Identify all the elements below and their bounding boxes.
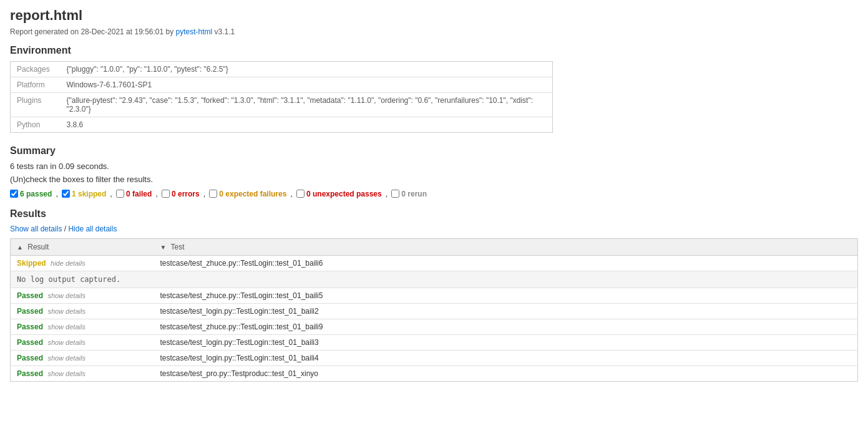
test-cell: testcase/test_pro.py::Testproduc::test_0… [154, 366, 858, 382]
status-badge: Passed [17, 338, 43, 347]
filter-failed-text: 0 failed [126, 190, 152, 198]
sort-desc-icon: ▼ [160, 244, 167, 251]
toggle-details-link[interactable]: show details [47, 339, 85, 346]
filter-xfail-text: 0 expected failures [219, 190, 286, 198]
env-value: 3.8.6 [61, 117, 553, 133]
environment-table: Packages{"pluggy": "1.0.0", "py": "1.10.… [10, 61, 553, 133]
filter-rerun-checkbox[interactable] [391, 190, 399, 198]
test-cell: testcase/test_zhuce.py::TestLogin::test_… [154, 288, 858, 304]
result-cell: Passed show details [11, 366, 154, 382]
status-badge: Passed [17, 354, 43, 362]
filter-passed-text: 6 passed [20, 190, 52, 198]
results-heading: Results [10, 208, 858, 220]
result-cell: Passed show details [11, 319, 154, 335]
summary-heading: Summary [10, 145, 858, 157]
filter-comma: , [290, 189, 293, 198]
result-cell: Passed show details [11, 335, 154, 351]
toggle-details-link[interactable]: show details [47, 307, 85, 315]
filter-instruction: (Un)check the boxes to filter the result… [10, 175, 858, 184]
hide-all-details-link[interactable]: Hide all details [68, 225, 117, 233]
generated-text: Report generated on 28-Dec-2021 at 19:56… [10, 27, 176, 36]
env-value: Windows-7-6.1.7601-SP1 [61, 77, 553, 93]
filter-passed-checkbox[interactable] [10, 190, 18, 198]
result-cell: Skipped hide details [11, 256, 154, 271]
filter-rerun-text: 0 rerun [401, 190, 427, 198]
status-badge: Passed [17, 369, 43, 378]
test-col-label: Test [171, 243, 185, 251]
env-value: {"allure-pytest": "2.9.43", "case": "1.5… [61, 93, 553, 117]
filter-xfail-label[interactable]: 0 expected failures [209, 190, 286, 198]
filter-xpass-checkbox[interactable] [296, 190, 305, 198]
filter-comma: , [155, 189, 158, 198]
checkbox-filters: 6 passed,1 skipped,0 failed,0 errors,0 e… [10, 189, 858, 198]
summary-run-text: 6 tests ran in 0.09 seconds. [10, 162, 858, 171]
filter-passed-label[interactable]: 6 passed [10, 190, 52, 198]
toggle-details-link[interactable]: show details [47, 323, 85, 331]
filter-comma: , [386, 189, 388, 198]
toggle-details-link[interactable]: hide details [51, 259, 85, 267]
filter-errors-text: 0 errors [172, 190, 200, 198]
test-cell: testcase/test_zhuce.py::TestLogin::test_… [154, 256, 858, 271]
table-row: Skipped hide detailstestcase/test_zhuce.… [11, 256, 858, 271]
results-table: ▲ Result ▼ Test Skipped hide detailstest… [10, 238, 858, 382]
result-col-label: Result [27, 243, 49, 251]
report-meta: Report generated on 28-Dec-2021 at 19:56… [10, 27, 858, 36]
status-badge: Passed [17, 307, 43, 316]
results-table-header: ▲ Result ▼ Test [11, 239, 858, 256]
summary-section: Summary 6 tests ran in 0.09 seconds. (Un… [10, 145, 858, 198]
test-cell: testcase/test_zhuce.py::TestLogin::test_… [154, 319, 858, 335]
table-row-detail: No log output captured. [11, 271, 858, 288]
env-label: Platform [11, 77, 61, 93]
show-all-details-link[interactable]: Show all details [10, 225, 62, 233]
table-row: Passed show detailstestcase/test_login.p… [11, 335, 858, 351]
environment-heading: Environment [10, 45, 858, 56]
env-row: Packages{"pluggy": "1.0.0", "py": "1.10.… [11, 62, 553, 77]
env-value: {"pluggy": "1.0.0", "py": "1.10.0", "pyt… [61, 62, 553, 77]
filter-comma: , [56, 189, 58, 198]
env-row: PlatformWindows-7-6.1.7601-SP1 [11, 77, 553, 93]
filter-skipped-label[interactable]: 1 skipped [62, 190, 106, 198]
env-label: Plugins [11, 93, 61, 117]
filter-skipped-checkbox[interactable] [62, 190, 70, 198]
env-row: Python3.8.6 [11, 117, 553, 133]
table-row: Passed show detailstestcase/test_login.p… [11, 351, 858, 366]
result-cell: Passed show details [11, 288, 154, 304]
status-badge: Skipped [17, 259, 46, 268]
status-badge: Passed [17, 291, 43, 300]
toggle-details-link[interactable]: show details [47, 370, 85, 377]
table-row: Passed show detailstestcase/test_login.p… [11, 304, 858, 319]
result-cell: Passed show details [11, 304, 154, 319]
test-column-header[interactable]: ▼ Test [154, 239, 858, 256]
page-title: report.html [10, 7, 858, 24]
results-table-body: Skipped hide detailstestcase/test_zhuce.… [11, 256, 858, 382]
filter-rerun-label[interactable]: 0 rerun [391, 190, 427, 198]
filter-errors-label[interactable]: 0 errors [162, 190, 200, 198]
test-cell: testcase/test_login.py::TestLogin::test_… [154, 335, 858, 351]
result-column-header[interactable]: ▲ Result [11, 239, 154, 256]
table-row: Passed show detailstestcase/test_pro.py:… [11, 366, 858, 382]
filter-xfail-checkbox[interactable] [209, 190, 217, 198]
filter-failed-label[interactable]: 0 failed [116, 190, 152, 198]
filter-comma: , [203, 189, 206, 198]
env-label: Packages [11, 62, 61, 77]
result-cell: Passed show details [11, 351, 154, 366]
detail-cell: No log output captured. [11, 271, 858, 288]
filter-comma: , [110, 189, 112, 198]
version-text: v3.1.1 [212, 27, 235, 36]
env-row: Plugins{"allure-pytest": "2.9.43", "case… [11, 93, 553, 117]
status-badge: Passed [17, 322, 43, 331]
toggle-details-link[interactable]: show details [47, 292, 85, 299]
filter-xpass-text: 0 unexpected passes [306, 190, 382, 198]
results-section: Results Show all details / Hide all deta… [10, 208, 858, 382]
filter-xpass-label[interactable]: 0 unexpected passes [296, 190, 382, 198]
table-row: Passed show detailstestcase/test_zhuce.p… [11, 319, 858, 335]
sort-asc-icon: ▲ [17, 244, 23, 251]
table-row: Passed show detailstestcase/test_zhuce.p… [11, 288, 858, 304]
details-links: Show all details / Hide all details [10, 225, 858, 233]
filter-skipped-text: 1 skipped [72, 190, 106, 198]
filter-failed-checkbox[interactable] [116, 190, 124, 198]
pytest-html-link[interactable]: pytest-html [176, 27, 213, 36]
filter-errors-checkbox[interactable] [162, 190, 170, 198]
test-cell: testcase/test_login.py::TestLogin::test_… [154, 304, 858, 319]
toggle-details-link[interactable]: show details [47, 354, 85, 362]
